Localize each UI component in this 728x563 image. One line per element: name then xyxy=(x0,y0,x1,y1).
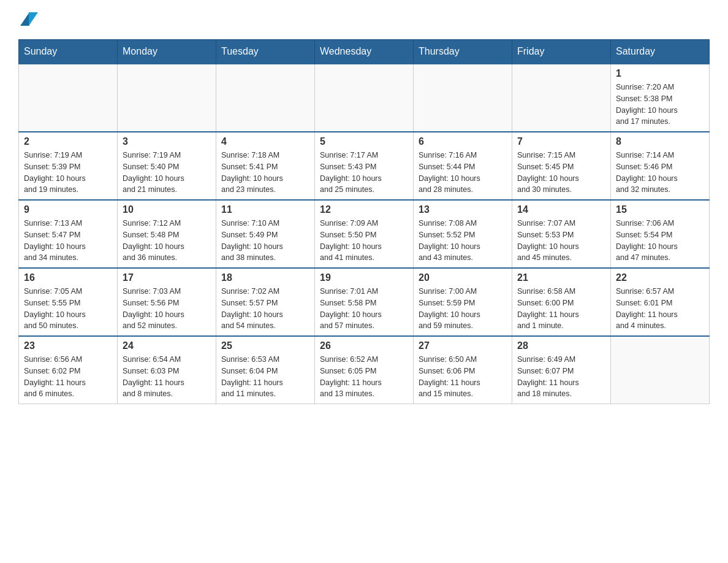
week-row-1: 1Sunrise: 7:20 AM Sunset: 5:38 PM Daylig… xyxy=(19,64,710,132)
day-number: 25 xyxy=(221,340,309,351)
day-number: 16 xyxy=(24,272,112,283)
day-number: 9 xyxy=(24,204,112,215)
page-header xyxy=(18,12,710,27)
day-info: Sunrise: 6:57 AM Sunset: 6:01 PM Dayligh… xyxy=(616,286,704,332)
calendar-cell: 2Sunrise: 7:19 AM Sunset: 5:39 PM Daylig… xyxy=(19,132,118,200)
weekday-header-thursday: Thursday xyxy=(414,40,512,64)
calendar-cell: 6Sunrise: 7:16 AM Sunset: 5:44 PM Daylig… xyxy=(414,132,512,200)
calendar-cell xyxy=(118,64,216,132)
day-info: Sunrise: 6:54 AM Sunset: 6:03 PM Dayligh… xyxy=(123,354,211,400)
day-info: Sunrise: 7:02 AM Sunset: 5:57 PM Dayligh… xyxy=(221,286,309,332)
day-number: 21 xyxy=(517,272,605,283)
calendar-cell: 27Sunrise: 6:50 AM Sunset: 6:06 PM Dayli… xyxy=(414,336,512,404)
day-info: Sunrise: 7:14 AM Sunset: 5:46 PM Dayligh… xyxy=(616,150,704,196)
logo-triangle-dark xyxy=(20,12,29,26)
day-info: Sunrise: 7:01 AM Sunset: 5:58 PM Dayligh… xyxy=(320,286,408,332)
calendar-cell: 4Sunrise: 7:18 AM Sunset: 5:41 PM Daylig… xyxy=(216,132,315,200)
day-number: 18 xyxy=(221,272,309,283)
weekday-header-tuesday: Tuesday xyxy=(216,40,315,64)
calendar-cell: 11Sunrise: 7:10 AM Sunset: 5:49 PM Dayli… xyxy=(216,200,315,268)
day-number: 8 xyxy=(616,136,704,147)
weekday-header-saturday: Saturday xyxy=(611,40,710,64)
day-info: Sunrise: 6:58 AM Sunset: 6:00 PM Dayligh… xyxy=(517,286,605,332)
calendar-cell: 18Sunrise: 7:02 AM Sunset: 5:57 PM Dayli… xyxy=(216,268,315,336)
day-number: 10 xyxy=(123,204,211,215)
week-row-4: 16Sunrise: 7:05 AM Sunset: 5:55 PM Dayli… xyxy=(19,268,710,336)
logo-triangle-light xyxy=(29,12,38,26)
calendar-cell: 25Sunrise: 6:53 AM Sunset: 6:04 PM Dayli… xyxy=(216,336,315,404)
calendar-cell: 7Sunrise: 7:15 AM Sunset: 5:45 PM Daylig… xyxy=(512,132,611,200)
day-info: Sunrise: 6:53 AM Sunset: 6:04 PM Dayligh… xyxy=(221,354,309,400)
calendar-cell: 14Sunrise: 7:07 AM Sunset: 5:53 PM Dayli… xyxy=(512,200,611,268)
calendar-cell: 9Sunrise: 7:13 AM Sunset: 5:47 PM Daylig… xyxy=(19,200,118,268)
calendar-cell: 8Sunrise: 7:14 AM Sunset: 5:46 PM Daylig… xyxy=(611,132,710,200)
calendar-cell: 10Sunrise: 7:12 AM Sunset: 5:48 PM Dayli… xyxy=(118,200,216,268)
calendar-cell: 13Sunrise: 7:08 AM Sunset: 5:52 PM Dayli… xyxy=(414,200,512,268)
week-row-3: 9Sunrise: 7:13 AM Sunset: 5:47 PM Daylig… xyxy=(19,200,710,268)
calendar-cell xyxy=(414,64,512,132)
calendar-cell: 15Sunrise: 7:06 AM Sunset: 5:54 PM Dayli… xyxy=(611,200,710,268)
day-info: Sunrise: 6:50 AM Sunset: 6:06 PM Dayligh… xyxy=(419,354,507,400)
day-number: 14 xyxy=(517,204,605,215)
calendar-cell xyxy=(19,64,118,132)
day-info: Sunrise: 7:19 AM Sunset: 5:40 PM Dayligh… xyxy=(123,150,211,196)
day-info: Sunrise: 7:00 AM Sunset: 5:59 PM Dayligh… xyxy=(419,286,507,332)
day-info: Sunrise: 6:56 AM Sunset: 6:02 PM Dayligh… xyxy=(24,354,112,400)
day-number: 11 xyxy=(221,204,309,215)
day-info: Sunrise: 6:49 AM Sunset: 6:07 PM Dayligh… xyxy=(517,354,605,400)
day-info: Sunrise: 7:12 AM Sunset: 5:48 PM Dayligh… xyxy=(123,218,211,264)
day-info: Sunrise: 7:06 AM Sunset: 5:54 PM Dayligh… xyxy=(616,218,704,264)
calendar-cell xyxy=(216,64,315,132)
day-info: Sunrise: 7:07 AM Sunset: 5:53 PM Dayligh… xyxy=(517,218,605,264)
calendar-header-row: SundayMondayTuesdayWednesdayThursdayFrid… xyxy=(19,40,710,64)
calendar-cell: 17Sunrise: 7:03 AM Sunset: 5:56 PM Dayli… xyxy=(118,268,216,336)
weekday-header-monday: Monday xyxy=(118,40,216,64)
weekday-header-wednesday: Wednesday xyxy=(315,40,414,64)
weekday-header-sunday: Sunday xyxy=(19,40,118,64)
day-number: 6 xyxy=(419,136,507,147)
calendar-cell: 24Sunrise: 6:54 AM Sunset: 6:03 PM Dayli… xyxy=(118,336,216,404)
day-info: Sunrise: 7:15 AM Sunset: 5:45 PM Dayligh… xyxy=(517,150,605,196)
day-info: Sunrise: 7:13 AM Sunset: 5:47 PM Dayligh… xyxy=(24,218,112,264)
day-number: 26 xyxy=(320,340,408,351)
calendar-cell: 20Sunrise: 7:00 AM Sunset: 5:59 PM Dayli… xyxy=(414,268,512,336)
calendar-cell: 12Sunrise: 7:09 AM Sunset: 5:50 PM Dayli… xyxy=(315,200,414,268)
day-number: 5 xyxy=(320,136,408,147)
logo xyxy=(18,12,43,27)
day-number: 1 xyxy=(616,68,704,79)
calendar-cell xyxy=(512,64,611,132)
day-number: 7 xyxy=(517,136,605,147)
calendar-cell: 23Sunrise: 6:56 AM Sunset: 6:02 PM Dayli… xyxy=(19,336,118,404)
calendar-cell: 5Sunrise: 7:17 AM Sunset: 5:43 PM Daylig… xyxy=(315,132,414,200)
day-number: 17 xyxy=(123,272,211,283)
day-number: 22 xyxy=(616,272,704,283)
day-number: 12 xyxy=(320,204,408,215)
calendar-cell: 16Sunrise: 7:05 AM Sunset: 5:55 PM Dayli… xyxy=(19,268,118,336)
day-info: Sunrise: 7:17 AM Sunset: 5:43 PM Dayligh… xyxy=(320,150,408,196)
day-info: Sunrise: 7:05 AM Sunset: 5:55 PM Dayligh… xyxy=(24,286,112,332)
calendar-cell: 1Sunrise: 7:20 AM Sunset: 5:38 PM Daylig… xyxy=(611,64,710,132)
day-info: Sunrise: 7:16 AM Sunset: 5:44 PM Dayligh… xyxy=(419,150,507,196)
day-info: Sunrise: 7:09 AM Sunset: 5:50 PM Dayligh… xyxy=(320,218,408,264)
calendar-cell: 19Sunrise: 7:01 AM Sunset: 5:58 PM Dayli… xyxy=(315,268,414,336)
day-info: Sunrise: 6:52 AM Sunset: 6:05 PM Dayligh… xyxy=(320,354,408,400)
day-info: Sunrise: 7:10 AM Sunset: 5:49 PM Dayligh… xyxy=(221,218,309,264)
day-info: Sunrise: 7:03 AM Sunset: 5:56 PM Dayligh… xyxy=(123,286,211,332)
calendar-cell: 3Sunrise: 7:19 AM Sunset: 5:40 PM Daylig… xyxy=(118,132,216,200)
weekday-header-friday: Friday xyxy=(512,40,611,64)
day-info: Sunrise: 7:20 AM Sunset: 5:38 PM Dayligh… xyxy=(616,82,704,128)
day-info: Sunrise: 7:08 AM Sunset: 5:52 PM Dayligh… xyxy=(419,218,507,264)
day-number: 20 xyxy=(419,272,507,283)
day-number: 23 xyxy=(24,340,112,351)
day-number: 13 xyxy=(419,204,507,215)
calendar-cell: 26Sunrise: 6:52 AM Sunset: 6:05 PM Dayli… xyxy=(315,336,414,404)
day-number: 15 xyxy=(616,204,704,215)
calendar-cell xyxy=(315,64,414,132)
day-info: Sunrise: 7:18 AM Sunset: 5:41 PM Dayligh… xyxy=(221,150,309,196)
calendar-table: SundayMondayTuesdayWednesdayThursdayFrid… xyxy=(18,39,710,404)
day-number: 3 xyxy=(123,136,211,147)
day-number: 24 xyxy=(123,340,211,351)
week-row-2: 2Sunrise: 7:19 AM Sunset: 5:39 PM Daylig… xyxy=(19,132,710,200)
day-number: 27 xyxy=(419,340,507,351)
week-row-5: 23Sunrise: 6:56 AM Sunset: 6:02 PM Dayli… xyxy=(19,336,710,404)
